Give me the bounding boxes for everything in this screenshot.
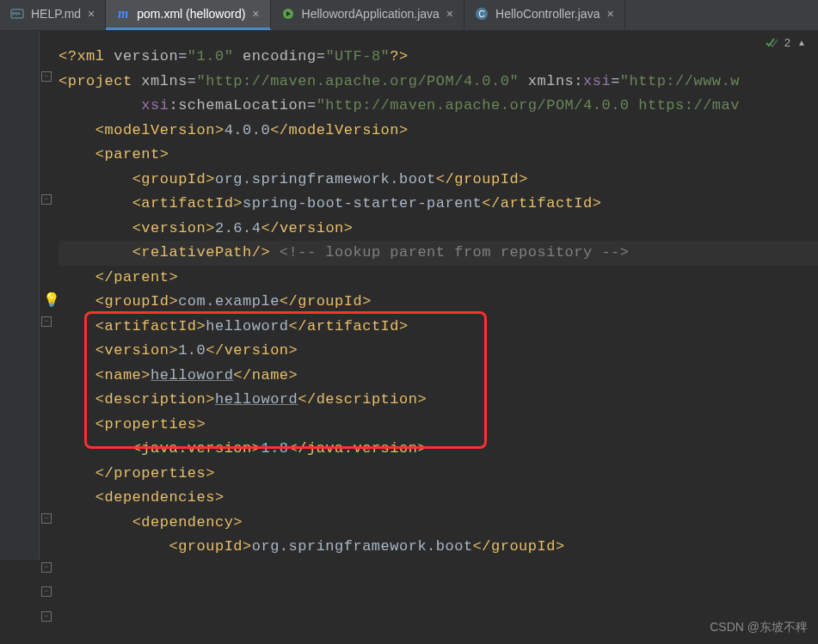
close-icon[interactable]: × bbox=[606, 7, 613, 21]
tab-pom-xml[interactable]: m pom.xml (helloword) × bbox=[106, 0, 270, 30]
code-line: <modelVersion>4.0.0</modelVersion> bbox=[58, 119, 818, 144]
fold-toggle[interactable]: − bbox=[41, 71, 52, 82]
code-line: <groupId>com.example</groupId> bbox=[58, 290, 818, 315]
fold-toggle[interactable]: − bbox=[41, 316, 52, 327]
fold-toggle[interactable]: − bbox=[41, 586, 52, 597]
intention-bulb-icon[interactable]: 💡 bbox=[43, 289, 61, 314]
code-line: <project xmlns="http://maven.apache.org/… bbox=[58, 70, 818, 95]
code-line: xsi:schemaLocation="http://maven.apache.… bbox=[58, 94, 818, 119]
watermark: CSDN @东坡不稗 bbox=[710, 620, 808, 635]
code-line: <artifactId>spring-boot-starter-parent</… bbox=[58, 192, 818, 217]
code-line: <?xml version="1.0" encoding="UTF-8"?> bbox=[58, 45, 818, 70]
tab-help-md[interactable]: HELP.md × bbox=[0, 0, 106, 30]
spring-run-icon bbox=[281, 7, 295, 21]
fold-toggle[interactable]: − bbox=[41, 513, 52, 524]
tab-label: pom.xml (helloword) bbox=[137, 7, 245, 21]
maven-icon: m bbox=[116, 7, 130, 21]
code-line: <groupId>org.springframework.boot</group… bbox=[58, 168, 818, 193]
java-class-icon: C bbox=[475, 7, 489, 21]
code-line: </parent> bbox=[58, 266, 818, 291]
code-line: <version>2.6.4</version> bbox=[58, 217, 818, 242]
tab-label: HELP.md bbox=[31, 7, 81, 21]
tab-label: HellowordApplication.java bbox=[302, 7, 440, 21]
code-line: <version>1.0</version> bbox=[58, 339, 818, 364]
fold-toggle[interactable]: − bbox=[41, 611, 52, 622]
code-line: </properties> bbox=[58, 462, 818, 487]
tab-label: HelloController.java bbox=[495, 7, 600, 21]
code-line: <dependencies> bbox=[58, 486, 818, 511]
code-line: <relativePath/> <!-- lookup parent from … bbox=[58, 241, 818, 266]
code-line: <dependency> bbox=[58, 511, 818, 536]
code-line: <properties> bbox=[58, 413, 818, 438]
code-line: <artifactId>helloword</artifactId> bbox=[58, 315, 818, 340]
tab-hello-controller[interactable]: C HelloController.java × bbox=[464, 0, 625, 30]
code-line: <java.version>1.8</java.version> bbox=[58, 437, 818, 462]
tab-bar: HELP.md × m pom.xml (helloword) × Hellow… bbox=[0, 0, 818, 31]
code-line: <groupId>org.springframework.boot</group… bbox=[58, 535, 818, 560]
close-icon[interactable]: × bbox=[88, 7, 95, 21]
code-line: <name>helloword</name> bbox=[58, 364, 818, 389]
gutter bbox=[0, 31, 40, 560]
fold-toggle[interactable]: − bbox=[41, 194, 52, 205]
fold-toggle[interactable]: − bbox=[41, 562, 52, 573]
markdown-icon bbox=[10, 7, 24, 21]
svg-text:C: C bbox=[478, 9, 484, 19]
code-line: <parent> bbox=[58, 143, 818, 168]
close-icon[interactable]: × bbox=[252, 7, 259, 21]
tab-helloword-application[interactable]: HellowordApplication.java × bbox=[271, 0, 465, 30]
code-line: <description>helloword</description> bbox=[58, 388, 818, 413]
code-editor[interactable]: − − − − − − − 💡 <?xml version="1.0" enco… bbox=[0, 31, 818, 560]
close-icon[interactable]: × bbox=[446, 7, 453, 21]
